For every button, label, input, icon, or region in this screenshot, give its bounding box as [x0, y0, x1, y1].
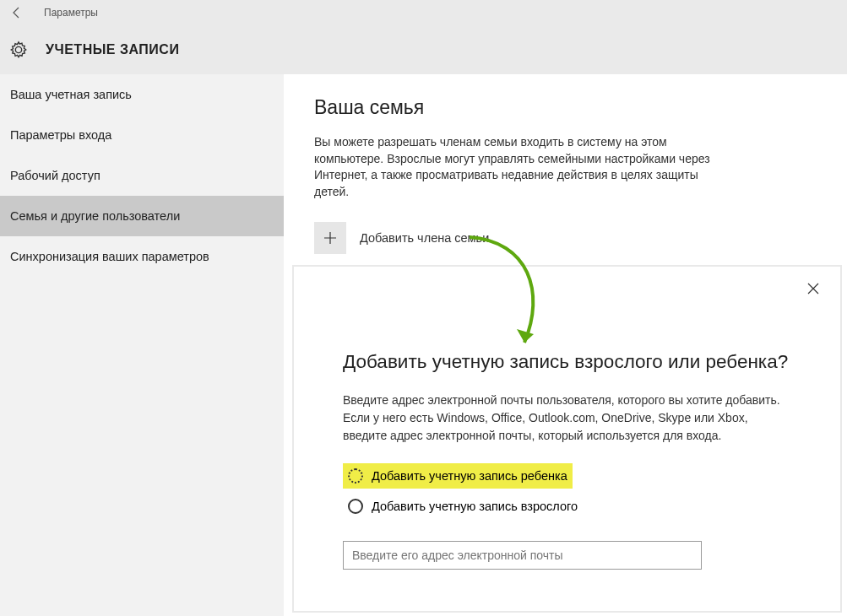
- header: УЧЕТНЫЕ ЗАПИСИ: [0, 25, 847, 74]
- sidebar-item-label: Семья и другие пользователи: [10, 209, 180, 223]
- email-field[interactable]: [343, 541, 702, 570]
- sidebar-item-signin[interactable]: Параметры входа: [0, 115, 284, 155]
- sidebar-item-label: Рабочий доступ: [10, 169, 100, 182]
- radio-label: Добавить учетную запись взрослого: [372, 500, 578, 513]
- close-icon: [807, 283, 819, 294]
- titlebar-label: Параметры: [44, 7, 98, 19]
- sidebar-item-sync[interactable]: Синхронизация ваших параметров: [0, 236, 284, 277]
- add-account-dialog: Добавить учетную запись взрослого или ре…: [293, 266, 841, 612]
- settings-window: Параметры УЧЕТНЫЕ ЗАПИСИ Ваша учетная за…: [0, 0, 847, 616]
- radio-option-child[interactable]: Добавить учетную запись ребенка: [343, 463, 573, 489]
- radio-icon: [348, 468, 363, 484]
- sidebar-item-workaccess[interactable]: Рабочий доступ: [0, 155, 284, 196]
- sidebar: Ваша учетная запись Параметры входа Рабо…: [0, 74, 284, 616]
- radio-label: Добавить учетную запись ребенка: [372, 469, 567, 483]
- back-button[interactable]: [7, 3, 27, 23]
- sidebar-item-label: Ваша учетная запись: [10, 88, 132, 101]
- radio-icon: [348, 499, 363, 514]
- page-title: УЧЕТНЫЕ ЗАПИСИ: [46, 42, 179, 57]
- sidebar-item-label: Синхронизация ваших параметров: [10, 250, 209, 263]
- titlebar: Параметры: [0, 0, 847, 25]
- section-title: Ваша семья: [314, 96, 817, 119]
- plus-icon: [314, 222, 346, 254]
- dialog-desc: Введите адрес электронной почты пользова…: [343, 392, 790, 445]
- sidebar-item-label: Параметры входа: [10, 128, 111, 142]
- sidebar-item-family[interactable]: Семья и другие пользователи: [0, 196, 284, 236]
- section-desc: Вы можете разрешать членам семьи входить…: [314, 134, 719, 200]
- gear-icon: [8, 40, 29, 60]
- dialog-title: Добавить учетную запись взрослого или ре…: [343, 351, 791, 373]
- close-button[interactable]: [805, 280, 822, 297]
- sidebar-item-account[interactable]: Ваша учетная запись: [0, 74, 284, 115]
- add-family-member-label: Добавить члена семьи: [360, 231, 489, 245]
- add-family-member-button[interactable]: Добавить члена семьи: [314, 222, 817, 254]
- radio-option-adult[interactable]: Добавить учетную запись взрослого: [343, 494, 791, 519]
